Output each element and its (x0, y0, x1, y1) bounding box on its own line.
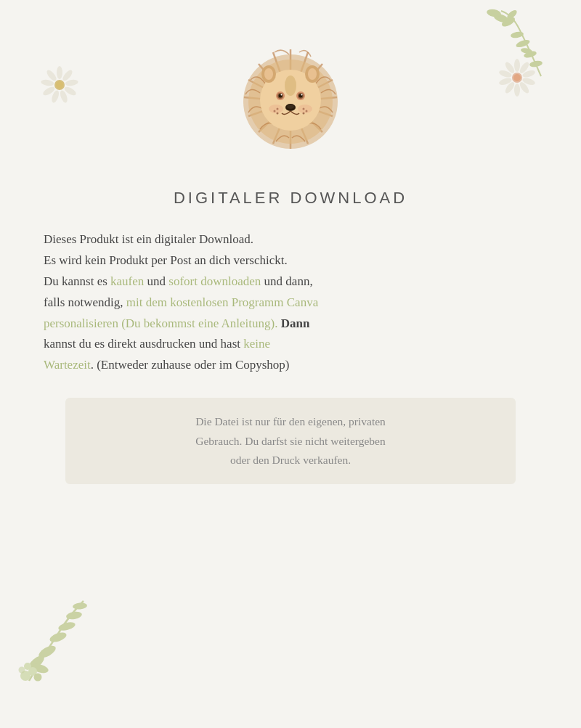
page-title: DIGITALER DOWNLOAD (44, 189, 537, 208)
svg-point-83 (264, 68, 273, 80)
svg-point-7 (41, 79, 54, 87)
svg-point-63 (285, 75, 296, 96)
deco-branch-bottom-left (15, 590, 109, 684)
desc-line7-part2: . (Entweder zuhause oder im Copyshop) (91, 358, 290, 372)
notice-box: Die Datei ist nur für den eigenen, priva… (65, 398, 516, 484)
description-text: Dieses Produkt ist ein digitaler Downloa… (44, 229, 537, 376)
desc-line3-part3: und dann, (261, 274, 312, 288)
desc-keine: keine (243, 337, 270, 351)
desc-line4-part1: falls notwendig, (44, 295, 126, 309)
desc-kaufen: kaufen (110, 274, 144, 288)
svg-point-42 (24, 663, 31, 670)
desc-line2: Es wird kein Produkt per Post an dich ve… (44, 253, 288, 267)
desc-line3-part1: Du kannst es (44, 274, 110, 288)
desc-line3-part2: und (144, 274, 168, 288)
svg-point-80 (269, 105, 283, 113)
desc-downloaden: sofort downloaden (168, 274, 261, 288)
svg-point-43 (19, 667, 25, 674)
notice-text: Die Datei ist nur für den eigenen, priva… (195, 415, 386, 466)
svg-point-81 (298, 105, 312, 113)
deco-flower-top-right (497, 58, 537, 98)
desc-anleitung: personalisieren (Du bekommst eine Anleit… (44, 316, 277, 330)
desc-canva: mit dem kostenlosen Programm Canva (126, 295, 318, 309)
desc-line1: Dieses Produkt ist ein digitaler Downloa… (44, 232, 253, 246)
svg-point-10 (56, 81, 63, 89)
svg-point-31 (513, 74, 521, 81)
page: DIGITALER DOWNLOAD Dieses Produkt ist ei… (0, 0, 581, 728)
svg-point-25 (514, 83, 520, 97)
svg-point-70 (281, 94, 283, 96)
lion-illustration (225, 36, 356, 167)
svg-point-12 (510, 30, 524, 38)
svg-point-0 (57, 66, 62, 79)
svg-point-20 (514, 59, 520, 72)
svg-point-73 (287, 105, 294, 109)
main-content: DIGITALER DOWNLOAD Dieses Produkt ist ei… (44, 189, 537, 484)
desc-line6-part1: kannst du es direkt ausdrucken und hast (44, 337, 243, 351)
svg-point-37 (73, 602, 88, 610)
svg-point-85 (308, 68, 317, 80)
deco-flower-top-left (40, 65, 80, 105)
svg-point-71 (301, 94, 303, 96)
svg-point-2 (65, 79, 78, 87)
desc-wartezeit: Wartezeit (44, 358, 91, 372)
desc-dann: Dann (277, 316, 309, 330)
svg-point-41 (34, 674, 42, 682)
